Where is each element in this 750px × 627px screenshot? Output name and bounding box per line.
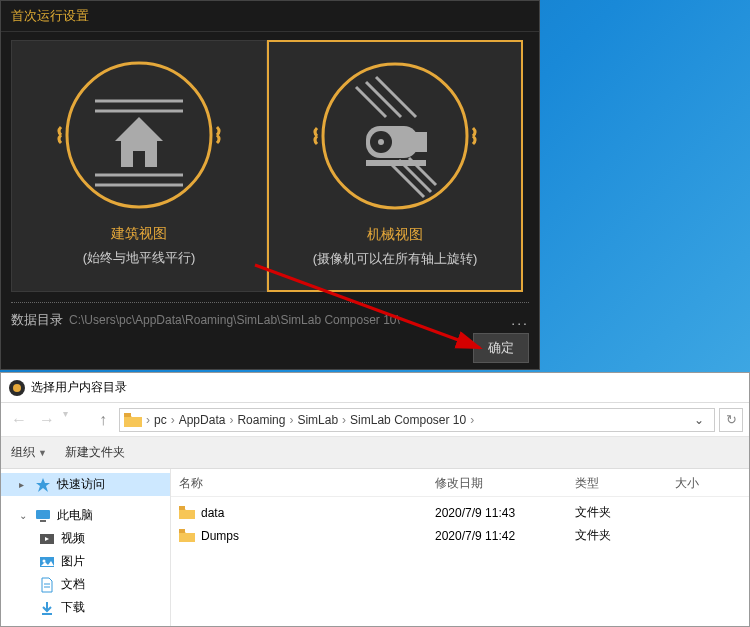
path-browse-button[interactable]: ... (511, 312, 529, 328)
new-folder-button[interactable]: 新建文件夹 (65, 444, 125, 461)
app-icon (9, 380, 25, 396)
file-list: 名称 修改日期 类型 大小 data 2020/7/9 11:43 文件夹 Du… (171, 469, 749, 626)
data-path-row: 数据目录 C:\Users\pc\AppData\Roaming\SimLab\… (1, 303, 539, 333)
nav-recent-dropdown[interactable]: ▾ (63, 408, 87, 432)
mechanical-icon (311, 52, 479, 220)
view-options: 建筑视图 (始终与地平线平行) (1, 32, 539, 296)
sidebar-quick-access[interactable]: ▸ 快速访问 (1, 473, 170, 496)
svg-rect-23 (36, 510, 50, 519)
nav-forward-button[interactable]: → (35, 408, 59, 432)
col-size: 大小 (675, 475, 741, 492)
file-explorer: 选择用户内容目录 ← → ▾ ↑ ›pc ›AppData ›Roaming ›… (0, 372, 750, 627)
svg-rect-32 (179, 506, 185, 510)
column-headers[interactable]: 名称 修改日期 类型 大小 (171, 469, 749, 497)
first-run-dialog: 首次运行设置 建筑视图 (始终与地平线平行) (0, 0, 540, 370)
dialog-title: 首次运行设置 (1, 1, 539, 32)
svg-point-15 (378, 139, 384, 145)
folder-icon (124, 413, 142, 427)
sidebar-pictures[interactable]: 图片 (1, 550, 170, 573)
explorer-titlebar: 选择用户内容目录 (1, 373, 749, 403)
confirm-button[interactable]: 确定 (473, 333, 529, 363)
breadcrumb-dropdown[interactable]: ⌄ (688, 413, 710, 427)
star-icon (35, 477, 51, 493)
option-subtitle: (始终与地平线平行) (83, 249, 196, 267)
list-item[interactable]: Dumps 2020/7/9 11:42 文件夹 (179, 524, 741, 547)
svg-rect-24 (40, 520, 46, 522)
sidebar-videos[interactable]: 视频 (1, 527, 170, 550)
svg-marker-22 (36, 478, 50, 492)
sidebar-downloads[interactable]: 下载 (1, 596, 170, 619)
path-label: 数据目录 (11, 311, 63, 329)
svg-rect-5 (133, 151, 145, 167)
explorer-title: 选择用户内容目录 (31, 379, 127, 396)
svg-rect-33 (179, 529, 185, 533)
downloads-icon (39, 600, 55, 616)
explorer-nav: ← → ▾ ↑ ›pc ›AppData ›Roaming ›SimLab ›S… (1, 403, 749, 437)
option-architecture[interactable]: 建筑视图 (始终与地平线平行) (11, 40, 267, 292)
organize-menu[interactable]: 组织▼ (11, 444, 47, 461)
option-subtitle: (摄像机可以在所有轴上旋转) (313, 250, 478, 268)
col-type: 类型 (575, 475, 675, 492)
col-name: 名称 (179, 475, 435, 492)
architecture-icon (55, 51, 223, 219)
option-title: 机械视图 (367, 226, 423, 244)
explorer-toolbar: 组织▼ 新建文件夹 (1, 437, 749, 469)
svg-point-28 (43, 559, 46, 562)
folder-icon (179, 529, 195, 542)
option-title: 建筑视图 (111, 225, 167, 243)
refresh-button[interactable]: ↻ (719, 408, 743, 432)
svg-line-9 (356, 87, 386, 117)
list-item[interactable]: data 2020/7/9 11:43 文件夹 (179, 501, 741, 524)
sidebar-this-pc[interactable]: ⌄ 此电脑 (1, 504, 170, 527)
breadcrumb[interactable]: ›pc ›AppData ›Roaming ›SimLab ›SimLab Co… (119, 408, 715, 432)
svg-rect-21 (124, 413, 131, 417)
svg-marker-3 (115, 117, 163, 141)
documents-icon (39, 577, 55, 593)
nav-up-button[interactable]: ↑ (91, 408, 115, 432)
folder-icon (179, 506, 195, 519)
svg-rect-13 (413, 132, 427, 152)
video-icon (39, 531, 55, 547)
sidebar-documents[interactable]: 文档 (1, 573, 170, 596)
nav-back-button[interactable]: ← (7, 408, 31, 432)
explorer-sidebar: ▸ 快速访问 ⌄ 此电脑 视频 图片 文档 (1, 469, 171, 626)
path-value: C:\Users\pc\AppData\Roaming\SimLab\SimLa… (69, 313, 505, 327)
computer-icon (35, 508, 51, 524)
svg-line-10 (366, 82, 401, 117)
col-date: 修改日期 (435, 475, 575, 492)
pictures-icon (39, 554, 55, 570)
option-mechanical[interactable]: 机械视图 (摄像机可以在所有轴上旋转) (267, 40, 523, 292)
